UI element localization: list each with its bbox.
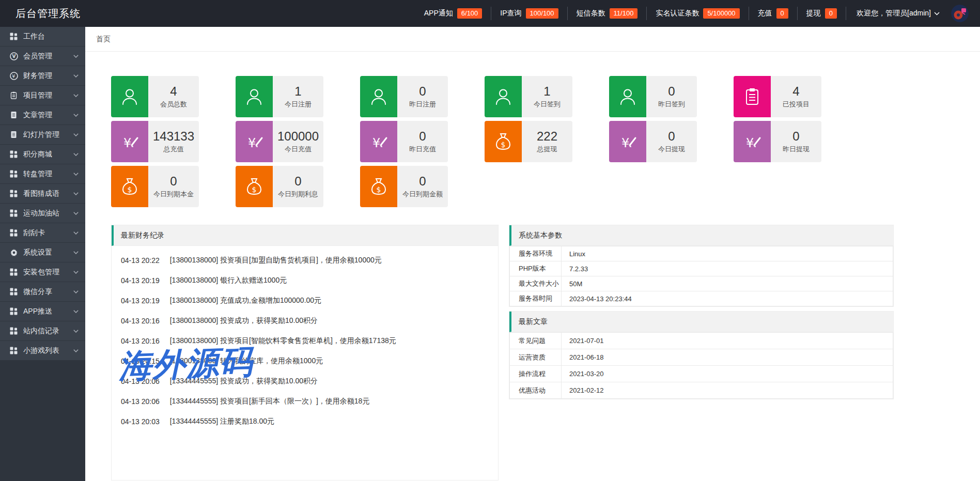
chevron-down-icon — [73, 192, 79, 195]
grid-icon — [9, 288, 18, 296]
header-stat-item[interactable]: APP通知6/100 — [415, 8, 491, 19]
header-stat-label: 充值 — [758, 9, 772, 18]
stat-card-label: 总提现 — [537, 145, 557, 154]
sidebar-item-label: 刮刮卡 — [23, 228, 73, 238]
sidebar-item[interactable]: APP推送 — [0, 302, 85, 321]
sidebar-item[interactable]: 工作台 — [0, 27, 85, 46]
main-area: 首页 4会员总数1今日注册0昨日注册1今日签到0昨日签到4已投项目¥143133… — [85, 0, 980, 481]
stat-card-label: 昨日注册 — [409, 100, 436, 109]
sidebar-item-label: 站内信记录 — [23, 327, 73, 336]
chevron-down-icon — [73, 114, 79, 117]
record-text: [13800138000] 投资项目[加盟自助售货机项目]，使用余额10000元 — [170, 256, 382, 265]
svg-text:¥: ¥ — [746, 136, 754, 150]
sidebar-item[interactable]: 项目管理 — [0, 86, 85, 105]
user-menu[interactable]: 欢迎您，管理员[admin] — [846, 9, 947, 18]
system-param-row-value: 7.2.33 — [562, 261, 893, 276]
sidebar-item[interactable]: 看图猜成语 — [0, 184, 85, 204]
stat-card-label: 今日签到 — [534, 100, 561, 109]
header-stat-item[interactable]: 短信条数11/100 — [568, 8, 647, 19]
sidebar-item[interactable]: 小游戏列表 — [0, 341, 85, 361]
stat-card-label: 昨日签到 — [658, 100, 685, 109]
stat-card: ¥0今日提现 — [609, 121, 697, 162]
article-row: 优惠活动2021-02-12 — [510, 382, 893, 399]
stat-card-value: 0 — [419, 84, 426, 99]
system-param-row-value: 2023-04-13 20:23:44 — [562, 291, 893, 306]
panels-row: 最新财务纪录 04-13 20:22[13800138000] 投资项目[加盟自… — [111, 225, 894, 480]
sidebar-item[interactable]: 积分商城 — [0, 145, 85, 164]
stat-card-value: 0 — [419, 174, 426, 189]
article-row-value: 2021-06-18 — [562, 349, 893, 366]
financial-records-list: 04-13 20:22[13800138000] 投资项目[加盟自助售货机项目]… — [112, 246, 498, 431]
stat-card-label: 今日到期利息 — [278, 190, 318, 199]
stat-card: $0今日到期利息 — [236, 166, 323, 207]
chevron-down-icon — [73, 251, 79, 254]
person-icon — [485, 76, 522, 117]
sidebar-item[interactable]: 微信分享 — [0, 282, 85, 302]
stat-card-body: 0昨日注册 — [397, 76, 448, 117]
header-stat-item[interactable]: 充值0 — [749, 8, 797, 19]
chevron-down-icon — [73, 74, 79, 77]
sidebar-item-label: 运动加油站 — [23, 209, 73, 218]
doc-icon — [9, 131, 18, 138]
sidebar-item[interactable]: 幻灯片管理 — [0, 125, 85, 145]
record-time: 04-13 20:16 — [121, 317, 160, 325]
sidebar-item-label: 系统设置 — [23, 248, 73, 257]
chevron-down-icon — [73, 212, 79, 215]
svg-text:V: V — [12, 54, 15, 59]
svg-text:¥: ¥ — [248, 136, 256, 150]
header-stat-badge: 6/100 — [457, 8, 483, 19]
sidebar-item[interactable]: 刮刮卡 — [0, 223, 85, 243]
grid-icon — [9, 33, 18, 40]
chevron-down-icon — [73, 231, 79, 235]
stat-card-body: 0今日到期金额 — [397, 166, 448, 207]
sidebar-item[interactable]: 站内信记录 — [0, 321, 85, 341]
stat-card-label: 今日充值 — [285, 145, 312, 154]
sidebar-item-label: 小游戏列表 — [23, 346, 73, 355]
stat-card-value: 4 — [792, 84, 799, 99]
sidebar-item[interactable]: 文章管理 — [0, 105, 85, 125]
yen-edit-icon: ¥ — [734, 121, 771, 162]
chevron-down-icon — [73, 290, 79, 293]
sidebar-item[interactable]: 运动加油站 — [0, 204, 85, 223]
grid-icon — [9, 209, 18, 217]
sidebar-item[interactable]: V会员管理 — [0, 46, 85, 66]
welcome-text: 欢迎您，管理员[admin] — [857, 9, 931, 18]
avatar[interactable] — [951, 5, 969, 22]
header-stat-label: IP查询 — [500, 9, 521, 18]
person-icon — [360, 76, 397, 117]
top-bar: 后台管理系统 APP通知6/100IP查询100/100短信条数11/100实名… — [0, 0, 980, 27]
sidebar-item[interactable]: 转盘管理 — [0, 164, 85, 184]
stat-card-value: 0 — [668, 84, 675, 99]
header-stat-badge: 5/100000 — [703, 8, 739, 19]
sidebar-item[interactable]: 系统设置 — [0, 243, 85, 262]
gear-icon — [9, 249, 18, 257]
financial-record: 04-13 20:06[13344445555] 投资成功，获得奖励10.00积… — [121, 371, 489, 391]
chevron-down-icon — [73, 349, 79, 352]
header-stat-badge: 11/100 — [610, 8, 638, 19]
yen-edit-icon: ¥ — [236, 121, 273, 162]
latest-articles-table: 常见问题2021-07-01运营资质2021-06-18操作流程2021-03-… — [509, 332, 893, 399]
article-row: 运营资质2021-06-18 — [510, 349, 893, 366]
money-bag-icon: $ — [485, 121, 522, 162]
stat-card-body: 1今日签到 — [522, 76, 572, 117]
header-stat-item[interactable]: IP查询100/100 — [491, 8, 567, 19]
sidebar-item[interactable]: ¥财务管理 — [0, 66, 85, 86]
header-stat-item[interactable]: 提现0 — [798, 8, 846, 19]
person-icon — [111, 76, 148, 117]
header-stat-badge: 0 — [825, 8, 837, 19]
header-stat-item[interactable]: 实名认证条数5/100000 — [647, 8, 748, 19]
stat-card-value: 0 — [792, 129, 799, 144]
sidebar-item-label: 会员管理 — [23, 52, 73, 61]
financial-record: 04-13 20:19[13800138000] 银行入款赠送1000元 — [121, 270, 489, 290]
stat-card-body: 1今日注册 — [273, 76, 323, 117]
money-bag-icon: $ — [360, 166, 397, 207]
breadcrumb-home-link[interactable]: 首页 — [96, 35, 111, 44]
grid-icon — [9, 229, 18, 237]
record-time: 04-13 20:03 — [121, 417, 160, 426]
chevron-down-icon — [73, 153, 79, 156]
panel-title: 最新文章 — [519, 317, 548, 327]
sidebar-item[interactable]: 安装包管理 — [0, 262, 85, 282]
panel-latest-financial-records: 最新财务纪录 04-13 20:22[13800138000] 投资项目[加盟自… — [111, 225, 499, 480]
header-stat-label: 提现 — [806, 9, 821, 18]
stat-card: ¥0昨日提现 — [734, 121, 821, 162]
